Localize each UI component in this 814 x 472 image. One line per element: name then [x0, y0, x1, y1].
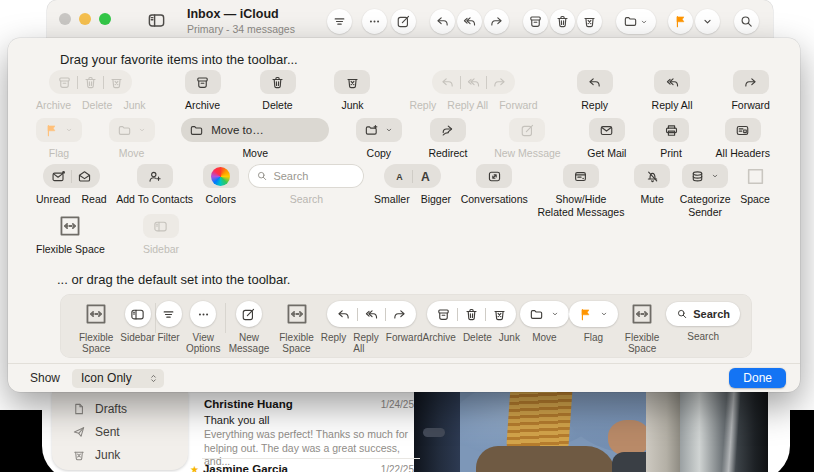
zoom-button[interactable]	[99, 13, 111, 25]
search-field[interactable]: Search	[666, 302, 740, 326]
close-button[interactable]	[59, 13, 71, 25]
chevron-down-icon	[700, 14, 715, 29]
palette-heading: Drag your favorite items into the toolba…	[60, 52, 298, 67]
default-search[interactable]: SearchSearch	[666, 301, 740, 342]
item-label: Conversations	[461, 193, 528, 206]
flag-button[interactable]	[668, 9, 693, 34]
palette-all-headers[interactable]: All Headers	[716, 118, 770, 160]
default-flag[interactable]: Flag	[569, 301, 618, 343]
message-row[interactable]: Christine Huang 1/24/25	[204, 398, 414, 410]
item-capsule	[725, 118, 761, 142]
default-new-message[interactable]: New Message	[226, 301, 273, 354]
done-button[interactable]: Done	[729, 368, 786, 388]
delete-icon	[83, 75, 98, 90]
chevron-down-icon	[710, 171, 720, 181]
default-sidebar[interactable]: Sidebar	[120, 301, 154, 343]
read-icon	[77, 169, 92, 184]
reply-button[interactable]	[430, 9, 455, 34]
palette-add-to-contacts[interactable]: Add To Contacts	[116, 164, 193, 206]
default-filter[interactable]: Filter	[156, 301, 182, 343]
palette-archive-delete-junk-group[interactable]: ArchiveDeleteJunk	[36, 70, 146, 111]
search-field[interactable]: Search	[248, 164, 364, 188]
sidebar-item-junk[interactable]: Junk	[52, 443, 188, 466]
palette-search[interactable]: SearchSearch	[248, 164, 364, 206]
message-row[interactable]: ★ Jasmine Garcia 1/22/25	[190, 463, 414, 472]
palette-print[interactable]: Print	[653, 118, 689, 160]
palette-forward[interactable]: Forward	[731, 70, 770, 112]
junk-icon	[492, 307, 507, 322]
default-view-options[interactable]: View Options	[182, 301, 225, 354]
move-button[interactable]	[616, 9, 656, 34]
flag-menu-button[interactable]	[695, 9, 720, 34]
sidebar-item-drafts[interactable]: Drafts	[52, 397, 188, 420]
palette-move-menu[interactable]: Move	[109, 118, 155, 160]
palette-delete[interactable]: Delete	[260, 70, 296, 112]
palette-sidebar[interactable]: Sidebar	[143, 214, 179, 256]
item-label: Colors	[206, 193, 236, 206]
search-button[interactable]	[734, 9, 759, 34]
archive-button[interactable]	[523, 9, 548, 34]
default-flexible-space-2[interactable]: Flexible Space	[272, 301, 320, 354]
palette-archive[interactable]: Archive	[185, 70, 221, 112]
item-label: Search	[687, 331, 719, 342]
palette-get-mail[interactable]: Get Mail	[587, 118, 626, 160]
palette-flag[interactable]: Flag	[36, 118, 82, 160]
flag-icon	[578, 307, 593, 322]
default-toolbar-set[interactable]: Flexible SpaceSidebarFilterView OptionsN…	[60, 294, 752, 358]
reply-icon	[440, 75, 455, 90]
palette-mute[interactable]: Mute	[634, 164, 670, 206]
palette-reply-group[interactable]: ReplyReply AllForward	[409, 70, 537, 111]
default-archive-group[interactable]: ArchiveDeleteJunk	[423, 301, 520, 343]
junk-button[interactable]	[577, 9, 602, 34]
item-label: Get Mail	[587, 147, 626, 160]
sidebar-toggle-button[interactable]	[147, 11, 166, 30]
item-label: Flexible Space	[618, 332, 666, 354]
filter-icon	[161, 307, 176, 322]
default-flexible-space-1[interactable]: Flexible Space	[72, 301, 120, 354]
show-mode-select[interactable]: Icon Only	[72, 369, 164, 388]
message-date: 1/24/25	[381, 399, 414, 410]
item-capsule	[432, 70, 515, 94]
divider	[103, 76, 104, 89]
archive-icon	[57, 75, 72, 90]
junk-icon	[72, 448, 86, 462]
palette-flexible-space[interactable]: Flexible Space	[36, 214, 105, 256]
palette-junk[interactable]: Junk	[334, 70, 370, 112]
palette-reply[interactable]: Reply	[577, 70, 613, 112]
minimize-button[interactable]	[79, 13, 91, 25]
palette-new-message[interactable]: New Message	[494, 118, 561, 160]
reply-all-button[interactable]	[457, 9, 482, 34]
divider	[485, 308, 486, 321]
window-subtitle: Primary - 34 messages	[187, 23, 295, 35]
default-reply-group[interactable]: ReplyReply AllForward	[321, 301, 423, 354]
forward-button[interactable]	[484, 9, 509, 34]
palette-copy[interactable]: Copy	[356, 118, 402, 160]
palette-categorize-sender[interactable]: Categorize Sender	[680, 164, 731, 218]
flag-icon	[44, 123, 59, 138]
palette-text-size-group[interactable]: AASmallerBigger	[374, 164, 451, 205]
palette-move-to[interactable]: Move to…Move	[181, 118, 329, 160]
delete-icon	[555, 14, 570, 29]
default-move[interactable]: Move	[520, 301, 569, 343]
palette-space[interactable]: Space	[740, 164, 770, 206]
palette-colors[interactable]: Colors	[203, 164, 239, 206]
filter-button[interactable]	[327, 9, 352, 34]
sidebar-item-sent[interactable]: Sent	[52, 420, 188, 443]
item-labels: SmallerBigger	[374, 193, 451, 205]
palette-conversations[interactable]: Conversations	[461, 164, 528, 206]
item-label: Sidebar	[143, 243, 179, 256]
palette-redirect[interactable]: Redirect	[428, 118, 467, 160]
item-label: Reply	[321, 332, 347, 354]
item-capsule	[569, 301, 618, 327]
compose-button[interactable]	[391, 9, 416, 34]
item-label: Reply	[409, 99, 436, 111]
more-options-button[interactable]	[362, 9, 387, 34]
item-label: Delete	[463, 332, 492, 343]
palette-related-messages[interactable]: Show/Hide Related Messages	[537, 164, 624, 218]
folder-icon	[189, 123, 204, 138]
delete-button[interactable]	[550, 9, 575, 34]
palette-reply-all[interactable]: Reply All	[652, 70, 693, 112]
default-flexible-space-3[interactable]: Flexible Space	[618, 301, 666, 354]
palette-unread-read-group[interactable]: UnreadRead	[36, 164, 107, 205]
sidebar-item-label: Drafts	[95, 402, 127, 416]
